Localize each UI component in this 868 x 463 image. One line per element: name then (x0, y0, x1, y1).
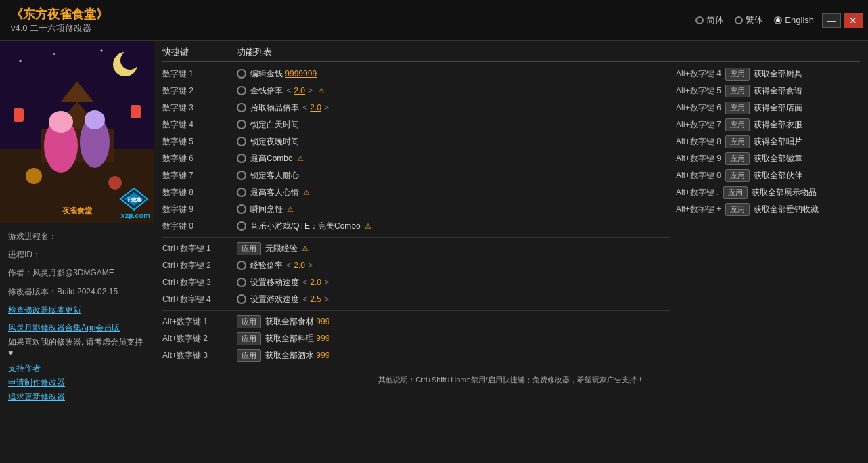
author-label: 作者：风灵月影@3DMGAME (8, 268, 114, 278)
apply-alt0[interactable]: 应用 (725, 169, 750, 182)
val-3: 2.0 (310, 103, 321, 112)
arrow-right-3[interactable]: > (323, 103, 330, 112)
arrow-right-ctrl4[interactable]: > (323, 294, 330, 304)
trainer-version: v4.0 二十六项修改器 (11, 22, 108, 35)
lang-simplified-label: 简体 (706, 14, 724, 26)
apply-alt7[interactable]: 应用 (725, 118, 750, 131)
arrow-left-ctrl4[interactable]: < (301, 294, 309, 304)
warn-0: ⚠ (365, 222, 371, 230)
apply-alt-dot[interactable]: 应用 (723, 186, 748, 199)
key-2: 数字键 2 (162, 85, 237, 97)
update-check-link[interactable]: 检查修改器版本更新 (8, 305, 81, 315)
lang-english[interactable]: English (774, 15, 814, 25)
apply-alt5[interactable]: 应用 (725, 85, 750, 97)
alt-section-9: Alt+数字键 9 应用 获取全部徽章 (676, 152, 865, 165)
alt-cheats: Alt+数字键 4 应用 获取全部厨具 Alt+数字键 5 应用 获得全部食谱 (670, 66, 860, 364)
alt-key-dot: Alt+数字键 . (676, 187, 719, 198)
cheat-row-2: 数字键 2 金钱倍率 < 2.0 > ⚠ (162, 83, 670, 99)
cheat-row-alt1: Alt+数字键 1 应用 获取全部食材 999 (162, 313, 670, 330)
toggle-1[interactable] (237, 69, 246, 79)
alt-key-4: Alt+数字键 4 (676, 68, 721, 80)
cheat-row-ctrl3: Ctrl+数字键 3 设置移动速度 < 2.0 > (162, 274, 670, 290)
svg-rect-18 (131, 105, 141, 118)
toggle-3[interactable] (237, 103, 246, 112)
svg-rect-17 (14, 108, 24, 122)
apply-alt9[interactable]: 应用 (725, 152, 750, 165)
key-ctrl1: Ctrl+数字键 1 (162, 243, 237, 255)
close-button[interactable]: ✕ (844, 13, 863, 28)
update2-link[interactable]: 追求更新修改器 (8, 391, 145, 403)
arrow-right-ctrl2[interactable]: > (306, 261, 314, 270)
radio-english (774, 16, 782, 24)
feature-1: 编辑金钱 9999999 (250, 68, 670, 80)
key-1: 数字键 1 (162, 68, 237, 80)
toggle-ctrl2[interactable] (237, 261, 246, 270)
lang-simplified[interactable]: 简体 (695, 14, 724, 26)
alt-row-8: Alt+数字键 8 应用 获得全部唱片 (676, 133, 860, 150)
cheat-row-7: 数字键 7 锁定客人耐心 (162, 167, 670, 183)
key-7: 数字键 7 (162, 170, 237, 181)
val-alt3: 999 (316, 351, 329, 360)
alt-row-5: Alt+数字键 5 应用 获得全部食谱 (676, 83, 860, 99)
key-ctrl3: Ctrl+数字键 3 (162, 277, 237, 288)
cheat-row-ctrl4: Ctrl+数字键 4 设置游戏速度 < 2.5 > (162, 291, 670, 307)
arrow-right-2[interactable]: > (306, 86, 314, 95)
toggle-5[interactable] (237, 137, 246, 146)
alt-row-0: Alt+数字键 0 应用 获取全部伙伴 (676, 167, 860, 183)
request-link[interactable]: 申请制作修改器 (8, 377, 145, 389)
spacer-2 (676, 234, 860, 250)
feature-9: 瞬间烹饪 ⚠ (250, 204, 670, 215)
toggle-8[interactable] (237, 188, 246, 197)
alt-row-7: Alt+数字键 7 应用 获得全部衣服 (676, 116, 860, 133)
toggle-2[interactable] (237, 86, 246, 95)
apply-alt3[interactable]: 应用 (237, 349, 261, 362)
apply-alt4[interactable]: 应用 (725, 68, 750, 81)
support-link[interactable]: 支持作者 (8, 363, 145, 374)
key-ctrl4: Ctrl+数字键 4 (162, 294, 237, 305)
toggle-6[interactable] (237, 154, 246, 163)
version-label: 修改器版本：Build.2024.02.15 (8, 287, 118, 296)
apply-alt-plus[interactable]: 应用 (725, 203, 750, 216)
arrow-left-ctrl2[interactable]: < (285, 261, 292, 270)
value-1[interactable]: 9999999 (285, 69, 317, 79)
app-link[interactable]: 风灵月影修改器合集App会员版 (8, 322, 145, 334)
arrow-left-2[interactable]: < (285, 86, 292, 95)
alt-key-9: Alt+数字键 9 (676, 153, 721, 164)
window-controls: — ✕ (822, 13, 863, 28)
toggle-4[interactable] (237, 120, 246, 129)
cheat-row-4: 数字键 4 锁定白天时间 (162, 116, 670, 133)
apply-alt2[interactable]: 应用 (237, 332, 261, 345)
toggle-9[interactable] (237, 204, 246, 214)
watermark: 下载集 xzji.com (118, 187, 150, 219)
author-row: 作者：风灵月影@3DMGAME (8, 267, 145, 280)
alt-section-plus: Alt+数字键 + 应用 获取全部垂钓收藏 (676, 203, 865, 216)
minimize-button[interactable]: — (822, 13, 841, 28)
toggle-0[interactable] (237, 221, 246, 231)
main-layout: 夜雀食堂 下载集 xzji.com 游戏进程名： 进程ID： (0, 41, 868, 463)
toggle-ctrl4[interactable] (237, 294, 246, 304)
feature-header: 功能列表 (237, 46, 860, 58)
apply-alt1[interactable]: 应用 (237, 315, 261, 328)
toggle-ctrl3[interactable] (237, 278, 246, 287)
version-row: 修改器版本：Build.2024.02.15 (8, 286, 145, 299)
arrow-left-3[interactable]: < (301, 103, 309, 112)
lang-traditional[interactable]: 繁体 (735, 14, 763, 26)
process-name-row: 游戏进程名： (8, 230, 145, 243)
val-ctrl4: 2.5 (310, 294, 321, 304)
key-alt1: Alt+数字键 1 (162, 316, 237, 328)
apply-alt6[interactable]: 应用 (725, 102, 750, 114)
cheat-row-3: 数字键 3 拾取物品倍率 < 2.0 > (162, 100, 670, 116)
bracket-3: < 2.0 > (301, 103, 330, 112)
toggle-7[interactable] (237, 171, 246, 180)
svg-point-6 (53, 53, 55, 55)
arrow-left-ctrl3[interactable]: < (301, 278, 309, 287)
svg-point-13 (49, 111, 73, 133)
feature-0: 音乐小游戏/QTE：完美Combo ⚠ (250, 221, 670, 232)
radio-simplified (695, 16, 704, 24)
apply-alt8[interactable]: 应用 (725, 135, 750, 148)
lang-english-label: English (785, 15, 814, 25)
apply-ctrl1[interactable]: 应用 (237, 242, 261, 255)
arrow-right-ctrl3[interactable]: > (323, 278, 330, 287)
alt-key-6: Alt+数字键 6 (676, 102, 721, 114)
update-check-row[interactable]: 检查修改器版本更新 (8, 304, 145, 317)
